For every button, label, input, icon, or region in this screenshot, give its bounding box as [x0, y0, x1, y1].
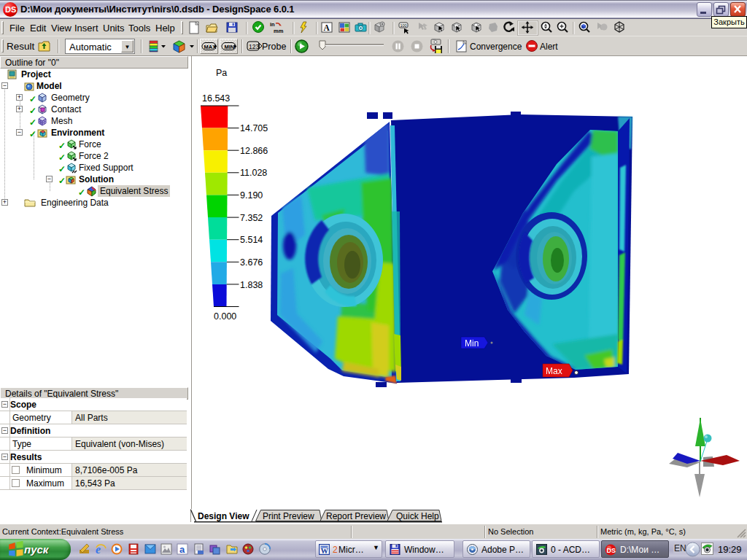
- svg-text:Quick Help: Quick Help: [396, 511, 439, 521]
- svg-text:Report Preview: Report Preview: [326, 511, 386, 521]
- svg-text:mm: mm: [274, 28, 284, 34]
- svg-text:14.705: 14.705: [240, 123, 268, 133]
- svg-text:1.838: 1.838: [240, 280, 263, 290]
- svg-text:Design View: Design View: [198, 511, 249, 521]
- svg-text:MAX: MAX: [204, 44, 217, 50]
- svg-text:12.866: 12.866: [240, 146, 268, 156]
- svg-text:MIN: MIN: [225, 44, 235, 50]
- svg-text:Max: Max: [546, 366, 562, 376]
- svg-text:0.000: 0.000: [214, 311, 236, 322]
- svg-text:DS: DS: [607, 547, 616, 554]
- svg-text:5.514: 5.514: [240, 235, 263, 245]
- svg-text:100: 100: [400, 23, 407, 28]
- svg-text:a: a: [179, 544, 185, 555]
- svg-text:9.190: 9.190: [240, 190, 263, 201]
- svg-text:3.676: 3.676: [240, 257, 263, 268]
- svg-text:7.352: 7.352: [240, 213, 263, 223]
- svg-text:Print Preview: Print Preview: [263, 511, 314, 521]
- svg-text:11.028: 11.028: [240, 168, 267, 178]
- svg-text:Pa: Pa: [216, 68, 227, 78]
- svg-text:Min: Min: [465, 338, 479, 349]
- svg-text:A: A: [324, 23, 330, 32]
- svg-text:W: W: [321, 547, 329, 555]
- svg-text:16.543: 16.543: [202, 93, 230, 104]
- svg-text:123: 123: [249, 43, 259, 50]
